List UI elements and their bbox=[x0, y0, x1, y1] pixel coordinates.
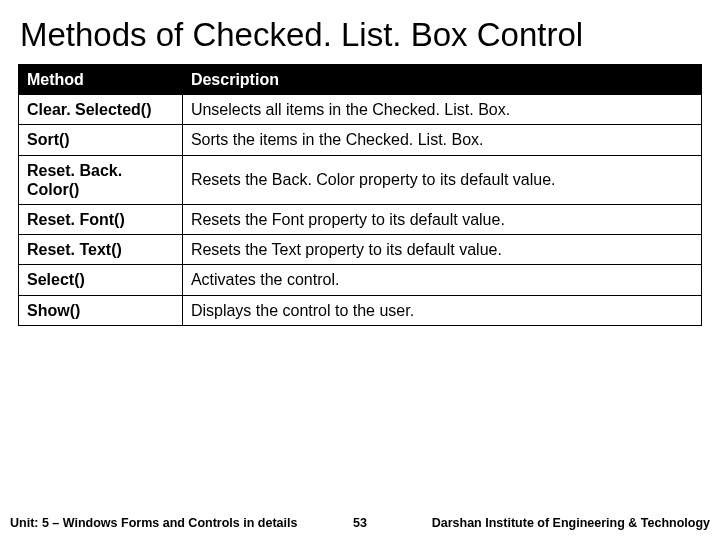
table-row: Reset. Text() Resets the Text property t… bbox=[19, 235, 702, 265]
footer-unit: Unit: 5 – Windows Forms and Controls in … bbox=[10, 516, 330, 530]
table-row: Sort() Sorts the items in the Checked. L… bbox=[19, 125, 702, 155]
cell-method: Sort() bbox=[19, 125, 183, 155]
table-row: Reset. Back. Color() Resets the Back. Co… bbox=[19, 155, 702, 204]
cell-method: Select() bbox=[19, 265, 183, 295]
table-row: Select() Activates the control. bbox=[19, 265, 702, 295]
col-header-method: Method bbox=[19, 65, 183, 95]
cell-description: Resets the Back. Color property to its d… bbox=[182, 155, 701, 204]
cell-description: Activates the control. bbox=[182, 265, 701, 295]
cell-method: Reset. Font() bbox=[19, 204, 183, 234]
cell-method: Show() bbox=[19, 295, 183, 325]
cell-description: Resets the Text property to its default … bbox=[182, 235, 701, 265]
cell-description: Sorts the items in the Checked. List. Bo… bbox=[182, 125, 701, 155]
footer-page-number: 53 bbox=[330, 516, 390, 530]
slide: Methods of Checked. List. Box Control Me… bbox=[0, 0, 720, 540]
cell-method: Reset. Back. Color() bbox=[19, 155, 183, 204]
table-row: Reset. Font() Resets the Font property t… bbox=[19, 204, 702, 234]
table-row: Clear. Selected() Unselects all items in… bbox=[19, 95, 702, 125]
cell-method: Clear. Selected() bbox=[19, 95, 183, 125]
table-header-row: Method Description bbox=[19, 65, 702, 95]
footer-institute: Darshan Institute of Engineering & Techn… bbox=[390, 516, 710, 530]
table-row: Show() Displays the control to the user. bbox=[19, 295, 702, 325]
cell-description: Unselects all items in the Checked. List… bbox=[182, 95, 701, 125]
col-header-description: Description bbox=[182, 65, 701, 95]
footer: Unit: 5 – Windows Forms and Controls in … bbox=[0, 516, 720, 530]
cell-method: Reset. Text() bbox=[19, 235, 183, 265]
page-title: Methods of Checked. List. Box Control bbox=[20, 16, 702, 54]
cell-description: Resets the Font property to its default … bbox=[182, 204, 701, 234]
methods-table: Method Description Clear. Selected() Uns… bbox=[18, 64, 702, 326]
cell-description: Displays the control to the user. bbox=[182, 295, 701, 325]
